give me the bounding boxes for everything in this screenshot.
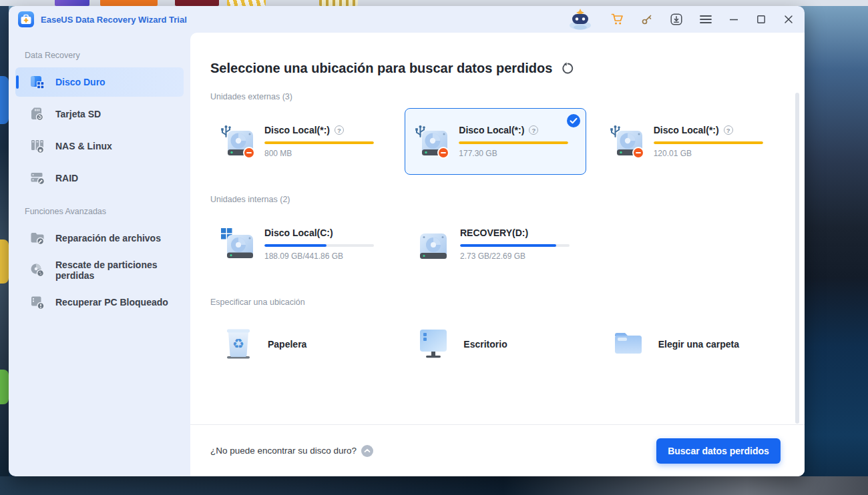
drive-card-external-3[interactable]: Disco Local(*:) ? 120.01 GB	[600, 108, 781, 175]
internal-drives-row: Disco Local(C:) 188.09 GB/441.86 GB	[210, 211, 781, 278]
internal-drive-icon	[415, 226, 451, 262]
drive-card-c[interactable]: Disco Local(C:) 188.09 GB/441.86 GB	[210, 211, 393, 278]
sidebar-item-tarjeta-sd[interactable]: Tarjeta SD	[15, 99, 184, 129]
menu-icon[interactable]	[700, 15, 712, 24]
drive-size: 800 MB	[264, 149, 384, 158]
cart-icon[interactable]	[611, 13, 624, 26]
file-repair-icon	[29, 229, 46, 247]
sidebar-item-recuperar-pc[interactable]: Recuperar PC Bloqueado	[15, 288, 184, 317]
locations-row: ♻ Papelera	[210, 314, 781, 375]
drive-name: Disco Local(*:)	[654, 125, 719, 135]
drive-name: Disco Local(*:)	[459, 125, 524, 135]
main-content: Seleccione una ubicación para buscar dat…	[190, 33, 805, 476]
sidebar-item-nas-linux[interactable]: NAS & Linux	[15, 131, 184, 161]
external-drives-label: Unidades externas (3)	[210, 92, 781, 101]
sidebar-item-disco-duro[interactable]: Disco Duro	[15, 67, 184, 97]
external-drives-row: Disco Local(*:) ? 800 MB	[210, 108, 781, 175]
chevron-up-icon	[361, 445, 373, 457]
scan-button[interactable]: Buscar datos perdidos	[656, 438, 781, 464]
sidebar-item-reparacion-archivos[interactable]: Reparación de archivos	[15, 223, 184, 253]
specify-location-label: Especificar una ubicación	[210, 298, 781, 307]
sidebar-item-label: NAS & Linux	[55, 141, 112, 151]
assistant-mascot-icon[interactable]	[566, 9, 594, 30]
refresh-icon[interactable]	[562, 62, 574, 75]
help-icon[interactable]: ?	[529, 125, 538, 135]
drive-size: 120.01 GB	[654, 149, 773, 158]
raid-icon	[29, 169, 46, 187]
desktop-icons-strip	[0, 0, 868, 6]
capacity-bar	[459, 141, 568, 144]
drive-card-external-1[interactable]: Disco Local(*:) ? 800 MB	[210, 108, 391, 175]
location-label: Papelera	[268, 339, 306, 350]
help-icon[interactable]: ?	[335, 125, 344, 135]
sidebar-item-label: Recuperar PC Bloqueado	[55, 297, 168, 308]
help-icon[interactable]: ?	[724, 125, 733, 135]
app-window: EaseUS Data Recovery Wizard Trial	[9, 6, 805, 476]
drive-size: 177.30 GB	[459, 149, 578, 158]
capacity-bar	[264, 244, 374, 247]
sidebar-item-label: Reparación de archivos	[55, 233, 161, 243]
sidebar-section-label: Data Recovery	[9, 50, 190, 61]
license-key-icon[interactable]	[641, 13, 653, 25]
sidebar-item-label: RAID	[55, 173, 78, 183]
window-title: EaseUS Data Recovery Wizard Trial	[41, 15, 187, 25]
folder-icon	[613, 330, 644, 359]
usb-drive-icon	[219, 123, 255, 159]
location-card-escritorio[interactable]: Escritorio	[405, 314, 586, 375]
capacity-bar	[264, 141, 374, 144]
location-card-papelera[interactable]: ♻ Papelera	[210, 314, 391, 375]
sidebar-section-label: Funciones Avanzadas	[9, 206, 190, 217]
hard-drive-icon	[29, 73, 46, 91]
windows-drive-icon	[219, 226, 255, 262]
sidebar-item-label: Disco Duro	[55, 77, 105, 87]
maximize-button[interactable]	[756, 14, 767, 25]
sidebar-item-label: Tarjeta SD	[55, 109, 101, 119]
check-icon	[567, 114, 580, 127]
sidebar-item-rescate-particiones[interactable]: Rescate de particiones perdidas	[15, 256, 184, 285]
usb-drive-icon	[413, 123, 449, 159]
close-button[interactable]	[783, 14, 794, 25]
scrollbar[interactable]	[795, 93, 799, 424]
sd-card-icon	[29, 105, 46, 123]
partition-rescue-icon	[29, 262, 46, 279]
capacity-bar	[654, 141, 763, 144]
help-row[interactable]: ¿No puede encontrar su disco duro?	[210, 445, 373, 457]
sidebar: Data Recovery Disco Duro	[9, 33, 190, 476]
usb-drive-icon	[608, 123, 644, 159]
download-icon[interactable]	[670, 13, 683, 26]
nas-server-icon	[29, 137, 46, 155]
titlebar: EaseUS Data Recovery Wizard Trial	[9, 6, 805, 33]
location-label: Escritorio	[463, 339, 507, 350]
drive-size: 2.73 GB/22.69 GB	[460, 252, 581, 261]
locked-pc-icon	[29, 294, 46, 311]
desktop-monitor-icon	[418, 328, 449, 362]
drive-name: Disco Local(C:)	[264, 227, 333, 238]
desktop-bottom-strip	[0, 476, 868, 495]
location-label: Elegir una carpeta	[658, 339, 739, 350]
footer: ¿No puede encontrar su disco duro? Busca…	[190, 424, 805, 476]
drive-size: 188.09 GB/441.86 GB	[264, 252, 385, 261]
svg-text:♻: ♻	[232, 336, 244, 352]
minimize-button[interactable]	[728, 14, 739, 25]
help-text: ¿No puede encontrar su disco duro?	[210, 446, 357, 456]
drive-card-external-2-selected[interactable]: Disco Local(*:) ? 177.30 GB	[405, 108, 586, 175]
page-title: Seleccione una ubicación para buscar dat…	[210, 61, 552, 76]
app-logo-icon	[18, 11, 34, 27]
drive-card-d[interactable]: RECOVERY(D:) 2.73 GB/22.69 GB	[406, 211, 588, 278]
desktop-left-strip	[0, 6, 9, 476]
sidebar-item-label: Rescate de particiones perdidas	[55, 260, 184, 281]
sidebar-item-raid[interactable]: RAID	[15, 163, 184, 193]
capacity-bar	[460, 244, 570, 247]
location-card-carpeta[interactable]: Elegir una carpeta	[600, 314, 781, 375]
internal-drives-label: Unidades internas (2)	[210, 195, 781, 204]
recycle-bin-icon: ♻	[224, 326, 253, 362]
drive-name: Disco Local(*:)	[264, 125, 330, 135]
drive-name: RECOVERY(D:)	[460, 227, 528, 238]
